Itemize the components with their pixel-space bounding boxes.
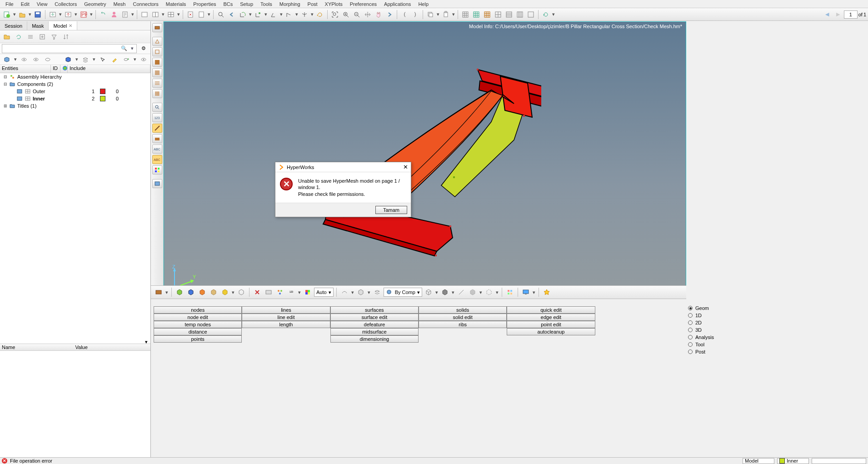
- hand-icon[interactable]: [374, 10, 384, 20]
- panel-btn-point-edit[interactable]: point edit: [507, 321, 595, 328]
- status-field-model[interactable]: Model: [743, 458, 774, 464]
- window2-icon[interactable]: [150, 10, 160, 20]
- dropdown-icon[interactable]: ▾: [161, 10, 165, 20]
- panel-btn-defeature[interactable]: defeature: [330, 321, 419, 328]
- panel-btn-line-edit[interactable]: line edit: [242, 314, 330, 321]
- 3d-viewport[interactable]: Model Info: C:/Users/User/Desktop/çiziml…: [164, 21, 686, 296]
- dropdown-icon[interactable]: ▾: [131, 10, 135, 20]
- expand-icon[interactable]: [37, 32, 47, 42]
- tab-mask[interactable]: Mask: [27, 21, 49, 30]
- panel-btn-node-edit[interactable]: node edit: [154, 314, 242, 321]
- layers2-icon[interactable]: [372, 287, 382, 297]
- panel-btn-temp-nodes[interactable]: temp nodes: [154, 321, 242, 328]
- eye-icon[interactable]: [31, 55, 41, 65]
- undo-icon[interactable]: [98, 10, 108, 20]
- panel-btn-solid-edit[interactable]: solid edit: [419, 314, 507, 321]
- auto-combo[interactable]: Auto▾: [314, 288, 334, 297]
- menu-preferences[interactable]: Preferences: [346, 1, 380, 7]
- panel-btn-quick-edit[interactable]: quick edit: [507, 306, 595, 314]
- delete-page-icon[interactable]: [185, 10, 195, 20]
- arrow-right-icon[interactable]: [384, 10, 394, 20]
- propgrid-col-value[interactable]: Value: [75, 344, 149, 350]
- axis-xy-icon[interactable]: [253, 10, 263, 20]
- radio-geom[interactable]: Geom: [686, 304, 727, 312]
- menu-file[interactable]: File: [2, 1, 17, 7]
- folder-icon[interactable]: [2, 32, 12, 42]
- monitor-icon[interactable]: [521, 287, 531, 297]
- axis-rotate-icon[interactable]: [238, 10, 248, 20]
- panel-btn-autocleanup[interactable]: autocleanup: [507, 328, 595, 335]
- vs-perspective-icon[interactable]: [152, 37, 162, 46]
- vs-label-icon[interactable]: [152, 134, 162, 143]
- dropdown-icon[interactable]: ▾: [495, 287, 499, 297]
- export-icon[interactable]: [63, 10, 73, 20]
- highlight-icon[interactable]: [110, 55, 120, 65]
- hidden-line-icon[interactable]: [484, 287, 494, 297]
- box-orange-icon[interactable]: [197, 287, 207, 297]
- dropdown-icon[interactable]: ▾: [552, 10, 555, 20]
- box-blue-icon[interactable]: [186, 287, 196, 297]
- status-field-component[interactable]: Inner: [777, 458, 809, 464]
- menu-view[interactable]: View: [33, 1, 51, 7]
- dropdown-icon[interactable]: ▾: [279, 10, 283, 20]
- tree-col-include[interactable]: Include: [68, 65, 150, 73]
- arrow-left-icon[interactable]: [227, 10, 237, 20]
- box-green-icon[interactable]: [175, 287, 185, 297]
- edge-icon[interactable]: [456, 287, 466, 297]
- import-icon[interactable]: [48, 10, 58, 20]
- grid3-icon[interactable]: [482, 10, 492, 20]
- dropdown-icon[interactable]: ▾: [13, 10, 16, 20]
- paste-icon[interactable]: [441, 10, 451, 20]
- menu-bcs[interactable]: BCs: [220, 1, 237, 7]
- prev-page-icon[interactable]: ◀: [822, 10, 832, 20]
- menu-xyplots[interactable]: XYPlots: [321, 1, 346, 7]
- page-current-input[interactable]: [844, 10, 858, 19]
- dropdown-icon[interactable]: ▾: [177, 10, 180, 20]
- zoomin-icon[interactable]: [341, 10, 351, 20]
- dropdown-icon[interactable]: ▾: [436, 10, 440, 20]
- menu-properties[interactable]: Properties: [190, 1, 219, 7]
- close-icon[interactable]: ✕: [69, 23, 72, 28]
- vs-shade2-icon[interactable]: [152, 68, 162, 77]
- sort-icon[interactable]: [61, 32, 71, 42]
- dropdown-icon[interactable]: ▾: [351, 287, 354, 297]
- eye-plus-icon[interactable]: [121, 55, 131, 65]
- trans-icon[interactable]: [468, 287, 478, 297]
- window1-icon[interactable]: [140, 10, 150, 20]
- layers-icon[interactable]: [80, 55, 90, 65]
- menu-mesh[interactable]: Mesh: [110, 1, 130, 7]
- tree-row[interactable]: ⊟Assembly Hierarchy: [0, 73, 150, 80]
- tree-node-color[interactable]: [97, 89, 108, 94]
- open-icon[interactable]: [17, 10, 27, 20]
- menu-setup[interactable]: Setup: [236, 1, 257, 7]
- menu-edit[interactable]: Edit: [17, 1, 33, 7]
- status-field-blank[interactable]: [812, 458, 866, 464]
- solid-icon[interactable]: [356, 287, 366, 297]
- panel-btn-solids[interactable]: solids: [419, 306, 507, 314]
- vs-measure-icon[interactable]: [152, 124, 162, 133]
- menu-help[interactable]: Help: [414, 1, 432, 7]
- menu-post[interactable]: Post: [304, 1, 321, 7]
- radio-1d[interactable]: 1D: [686, 312, 727, 319]
- radio-post[interactable]: Post: [686, 348, 727, 355]
- grid1-icon[interactable]: [460, 10, 470, 20]
- collapse-icon[interactable]: [25, 32, 35, 42]
- vs-abc2-icon[interactable]: ABC: [152, 155, 162, 164]
- dropdown-icon[interactable]: ▾: [74, 10, 78, 20]
- tab-model[interactable]: Model✕: [49, 21, 77, 30]
- copy-icon[interactable]: [425, 10, 435, 20]
- axis-iso-icon[interactable]: [299, 10, 309, 20]
- expander-icon[interactable]: ⊟: [3, 75, 8, 79]
- dropdown-icon[interactable]: ▾: [133, 55, 137, 65]
- cube-blue-icon[interactable]: [63, 55, 73, 65]
- dropdown-icon[interactable]: ▾: [452, 10, 455, 20]
- tree-menu-icon[interactable]: ▾: [145, 339, 148, 344]
- refresh-tree-icon[interactable]: [14, 32, 24, 42]
- grid6-icon[interactable]: [515, 10, 525, 20]
- dropdown-icon[interactable]: ▾: [28, 10, 32, 20]
- menu-tools[interactable]: Tools: [257, 1, 276, 7]
- box-tan-icon[interactable]: [209, 287, 219, 297]
- vs-ortho-icon[interactable]: [152, 47, 162, 56]
- tab-session[interactable]: Session: [0, 21, 27, 30]
- dropdown-icon[interactable]: ▾: [310, 10, 314, 20]
